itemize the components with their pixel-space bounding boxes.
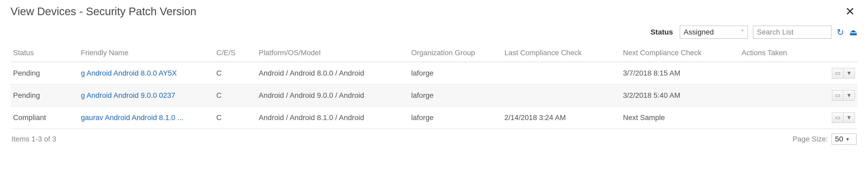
table-row: Pendingg Android Android 8.0.0 AY5XCAndr… (10, 62, 858, 84)
device-link[interactable]: g Android Android 8.0.0 AY5X (81, 69, 177, 77)
search-input[interactable] (753, 26, 831, 39)
col-org-group[interactable]: Organization Group (409, 44, 502, 62)
device-link[interactable]: g Android Android 9.0.0 0237 (81, 91, 175, 99)
col-friendly-name[interactable]: Friendly Name (78, 44, 214, 62)
toolbar: Status Assigned ˅ ↻ ⏏ (10, 26, 858, 39)
cell-next: Next Sample (620, 107, 739, 129)
status-filter-label: Status (650, 28, 673, 36)
close-icon[interactable]: ✕ (843, 6, 858, 17)
chevron-down-icon: ˅ (741, 29, 744, 35)
cell-ces: C (214, 107, 256, 129)
page-size-label: Page Size: (793, 135, 828, 143)
row-dropdown-button[interactable]: ▼ (843, 90, 855, 101)
cell-status: Pending (10, 84, 78, 107)
col-status[interactable]: Status (10, 44, 78, 62)
devices-table: Status Friendly Name C/E/S Platform/OS/M… (10, 44, 858, 129)
row-action-button[interactable]: ▭ (832, 68, 843, 79)
col-platform[interactable]: Platform/OS/Model (256, 44, 409, 62)
cell-last: 2/14/2018 3:24 AM (502, 107, 620, 129)
cell-last (502, 62, 620, 84)
cell-next: 3/2/2018 5:40 AM (620, 84, 739, 107)
page-title: View Devices - Security Patch Version (10, 5, 196, 18)
col-actions: Actions Taken (739, 44, 858, 62)
row-action-button[interactable]: ▭ (832, 90, 843, 101)
cell-org: laforge (409, 107, 502, 129)
col-ces[interactable]: C/E/S (214, 44, 256, 62)
row-dropdown-button[interactable]: ▼ (843, 68, 855, 79)
table-row: Pendingg Android Android 9.0.0 0237CAndr… (10, 84, 858, 107)
cell-platform: Android / Android 9.0.0 / Android (256, 84, 409, 107)
refresh-icon[interactable]: ↻ (837, 28, 844, 37)
items-count: Items 1-3 of 3 (11, 135, 56, 143)
chevron-down-icon: ▾ (846, 136, 849, 142)
row-action-button[interactable]: ▭ (832, 112, 843, 123)
cell-platform: Android / Android 8.1.0 / Android (256, 107, 409, 129)
status-filter-select[interactable]: Assigned ˅ (680, 26, 748, 39)
col-last-check[interactable]: Last Compliance Check (502, 44, 620, 62)
col-next-check[interactable]: Next Compliance Check (620, 44, 739, 62)
cell-ces: C (214, 84, 256, 107)
status-filter-value: Assigned (684, 28, 714, 36)
table-row: Compliantgaurav Android Android 8.1.0 ..… (10, 107, 858, 129)
device-link[interactable]: gaurav Android Android 8.1.0 ... (81, 114, 183, 122)
cell-status: Pending (10, 62, 78, 84)
cell-platform: Android / Android 8.0.0 / Android (256, 62, 409, 84)
export-icon[interactable]: ⏏ (849, 28, 858, 37)
cell-status: Compliant (10, 107, 78, 129)
row-dropdown-button[interactable]: ▼ (843, 112, 855, 123)
cell-ces: C (214, 62, 256, 84)
cell-last (502, 84, 620, 107)
cell-next: 3/7/2018 8:15 AM (620, 62, 739, 84)
cell-org: laforge (409, 62, 502, 84)
cell-org: laforge (409, 84, 502, 107)
page-size-value: 50 (835, 135, 843, 143)
page-size-select[interactable]: 50 ▾ (832, 134, 857, 145)
